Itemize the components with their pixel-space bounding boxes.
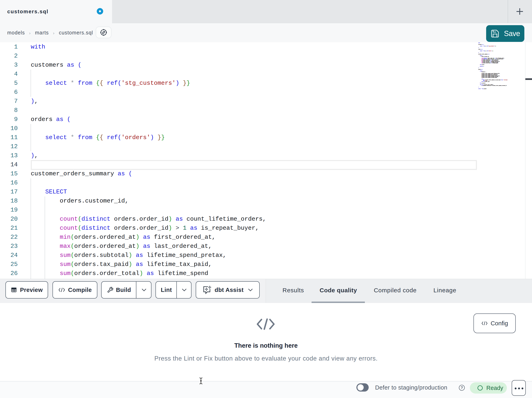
svg-text:?: ?	[461, 385, 463, 390]
